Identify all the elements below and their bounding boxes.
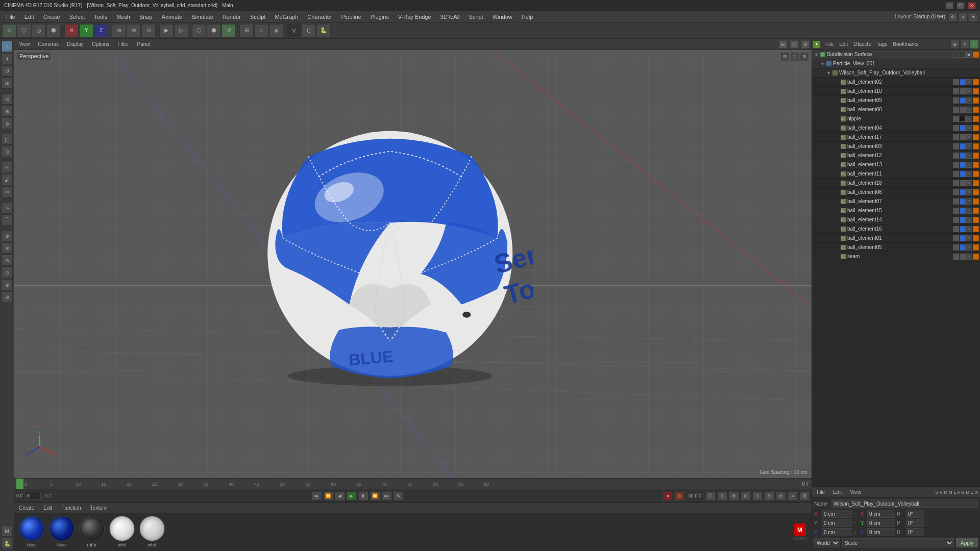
- vp-icon-settings[interactable]: ⚙: [801, 40, 810, 48]
- om-dot-c[interactable]: ✕: [966, 125, 972, 131]
- om-dot-d[interactable]: [973, 79, 979, 85]
- om-row-ball_element09[interactable]: △ ball_element09 ✕: [812, 96, 980, 105]
- om-dot-d[interactable]: [973, 226, 979, 232]
- tool-deform1[interactable]: ⊕: [2, 230, 13, 241]
- menu-animate[interactable]: Animate: [158, 13, 186, 21]
- btn-z-blue[interactable]: Z: [94, 24, 108, 37]
- om-dot-c[interactable]: ✕: [966, 107, 972, 113]
- om-dot-d[interactable]: [973, 134, 979, 140]
- mat-edit[interactable]: Edit: [41, 505, 55, 511]
- om-dot-a[interactable]: [953, 189, 959, 195]
- om-dot-c[interactable]: ✕: [966, 244, 972, 251]
- material-item-4[interactable]: whit: [108, 516, 136, 547]
- om-dot-c[interactable]: ✕: [966, 235, 972, 241]
- btn-tl-key7[interactable]: ≡: [788, 491, 798, 500]
- om-dot-b[interactable]: [960, 143, 966, 149]
- om-dot-c[interactable]: ✕: [966, 189, 972, 195]
- om-dot-b[interactable]: [960, 235, 966, 241]
- name-field[interactable]: [831, 499, 978, 508]
- tool-btn3[interactable]: ⊘: [141, 24, 156, 37]
- btn-reverse-play[interactable]: ◀: [335, 491, 345, 500]
- om-tab-objects[interactable]: Objects: [851, 41, 873, 47]
- coord-tab-edit[interactable]: Edit: [830, 489, 844, 495]
- om-dot-a[interactable]: [953, 235, 959, 241]
- om-row-ball_element08[interactable]: △ ball_element08 ✕: [812, 105, 980, 114]
- om-row-ball_element15[interactable]: △ ball_element15 ✕: [812, 206, 980, 215]
- tool-maxon[interactable]: M: [2, 525, 13, 537]
- om-dot-d[interactable]: [973, 180, 979, 186]
- tool-brush[interactable]: 🖌: [2, 174, 13, 185]
- om-dot-d[interactable]: [973, 208, 979, 214]
- btn-tl-key2[interactable]: ⊗: [729, 491, 739, 500]
- btn-tl-key4[interactable]: ⊙: [752, 491, 763, 500]
- menu-vray[interactable]: V-Ray Bridge: [394, 13, 435, 21]
- tool-move-lft[interactable]: ✦: [2, 53, 13, 64]
- om-row-ball_element10[interactable]: △ ball_element10 ✕: [812, 87, 980, 96]
- btn-play[interactable]: ▶: [347, 491, 357, 500]
- om-dot-b[interactable]: [960, 153, 966, 159]
- material-item-2[interactable]: blue: [47, 516, 76, 547]
- apply-button[interactable]: Apply: [956, 538, 978, 547]
- om-dot-b[interactable]: [960, 198, 966, 205]
- om-dot-d[interactable]: [973, 171, 979, 177]
- om-dot-d[interactable]: [973, 97, 979, 104]
- om-expand-particle[interactable]: ▼: [820, 61, 826, 66]
- om-dot-a[interactable]: [953, 198, 959, 205]
- btn-tl-key5[interactable]: ⊛: [764, 491, 774, 500]
- vp-corner-icon3[interactable]: ⚙: [800, 53, 808, 61]
- menu-script[interactable]: Script: [465, 13, 487, 21]
- om-dot-b[interactable]: [960, 189, 966, 195]
- vp-menu-options[interactable]: Options: [89, 41, 112, 47]
- om-row-ball_element13[interactable]: △ ball_element13 ✕: [812, 160, 980, 169]
- om-dot-b[interactable]: [960, 97, 966, 104]
- om-row-ball_element05[interactable]: △ ball_element05 ✕: [812, 243, 980, 252]
- vp-icon-expand[interactable]: ⊞: [779, 40, 787, 48]
- menu-3dtoall[interactable]: 3DToAll: [436, 13, 464, 21]
- btn-auto-key[interactable]: ⊕: [674, 491, 684, 500]
- om-dot-a[interactable]: [953, 116, 959, 122]
- menu-window[interactable]: Window: [488, 13, 517, 21]
- coord-mode-dropdown[interactable]: World Object Local: [814, 538, 840, 547]
- om-dot-c[interactable]: ✕: [966, 171, 972, 177]
- tool-live-sel[interactable]: ⊕: [2, 106, 13, 117]
- btn-tl-key3[interactable]: ⊘: [741, 491, 751, 500]
- om-dot-b[interactable]: [960, 88, 966, 94]
- om-dot-d[interactable]: [973, 107, 979, 113]
- om-dot-b[interactable]: [960, 208, 966, 214]
- om-dot-b[interactable]: [960, 244, 966, 251]
- timeline-ruler[interactable]: 0 5 10 15 20 25 30 35 40 45 50 55 60 65 …: [14, 478, 812, 489]
- light-btn[interactable]: ☆: [254, 24, 268, 37]
- om-tab-bookmarks[interactable]: Bookmarks: [890, 41, 921, 47]
- camera-btn[interactable]: ◈: [269, 24, 283, 37]
- om-dot-2[interactable]: [960, 52, 966, 58]
- btn-tl-key1[interactable]: ⊕: [717, 491, 727, 500]
- vp-menu-cameras[interactable]: Cameras: [36, 41, 62, 47]
- om-dot-4[interactable]: [973, 52, 979, 58]
- render-viewport[interactable]: ⬡: [192, 24, 206, 37]
- vp-menu-panel[interactable]: Panel: [135, 41, 153, 47]
- om-dot-d[interactable]: [973, 116, 979, 122]
- menu-file[interactable]: File: [2, 13, 19, 21]
- close-button[interactable]: ✕: [968, 2, 976, 9]
- om-dot-a[interactable]: [953, 97, 959, 104]
- om-dot-d[interactable]: [973, 254, 979, 260]
- menu-snap[interactable]: Snap: [135, 13, 157, 21]
- tool-move[interactable]: ⊙: [2, 24, 16, 37]
- tool-knife[interactable]: ✂: [2, 186, 13, 197]
- om-row-nipple[interactable]: △ nipple ✕: [812, 114, 980, 123]
- menu-mesh[interactable]: Mesh: [112, 13, 134, 21]
- btn-fps-settings[interactable]: F: [705, 491, 716, 500]
- om-dot-d[interactable]: [973, 189, 979, 195]
- om-tab-edit[interactable]: Edit: [837, 41, 850, 47]
- om-dot-c[interactable]: ✕: [966, 88, 972, 94]
- om-dot-1[interactable]: [953, 52, 959, 58]
- tool-btn5[interactable]: ▷: [174, 24, 188, 37]
- vp-menu-view[interactable]: View: [16, 41, 33, 47]
- om-dot-c[interactable]: ✕: [966, 162, 972, 168]
- om-row-ball_element11[interactable]: △ ball_element11 ✕: [812, 169, 980, 179]
- tool-mesh1[interactable]: ◫: [2, 134, 13, 145]
- om-dot-a[interactable]: [953, 125, 959, 131]
- om-row-wilson-group[interactable]: ▼ Wilson_Soft_Play_Outdoor_Volleyball: [812, 68, 980, 78]
- om-dot-c[interactable]: ✕: [966, 97, 972, 104]
- om-dot-a[interactable]: [953, 107, 959, 113]
